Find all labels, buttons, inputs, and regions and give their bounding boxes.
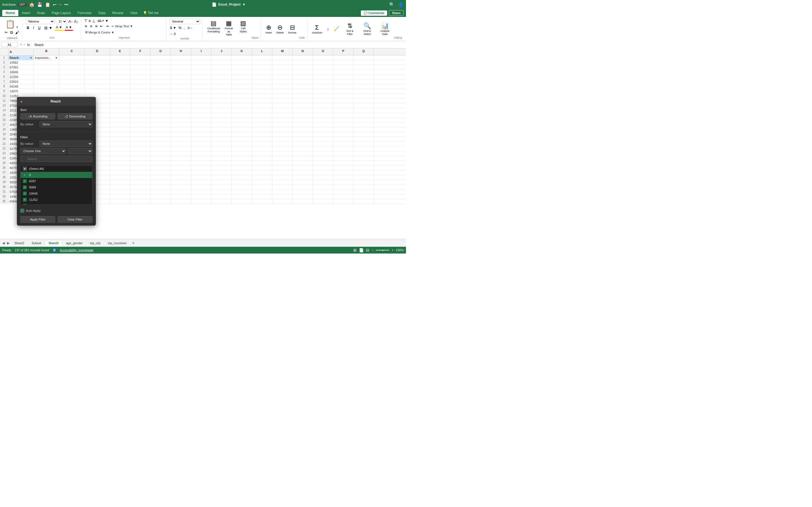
- cell[interactable]: [85, 89, 110, 94]
- cell[interactable]: [293, 84, 313, 89]
- cell[interactable]: [252, 199, 272, 204]
- cell-l1[interactable]: [252, 55, 272, 60]
- cell[interactable]: [191, 127, 211, 132]
- cell[interactable]: [211, 108, 232, 113]
- filter-list-item[interactable]: ✓ 11326: [20, 203, 92, 205]
- cell[interactable]: 13075: [8, 89, 34, 94]
- analyse-data-button[interactable]: 📊 Analyse Data: [377, 21, 393, 37]
- cell[interactable]: [59, 70, 85, 74]
- cell[interactable]: [354, 118, 374, 122]
- filter-select-all-checkbox[interactable]: ■: [23, 167, 27, 171]
- cell[interactable]: [130, 99, 151, 103]
- cell[interactable]: [252, 166, 272, 170]
- cell[interactable]: [252, 175, 272, 180]
- cell[interactable]: [211, 127, 232, 132]
- tab-page-layout[interactable]: Page Layout: [48, 10, 74, 16]
- cell[interactable]: [252, 194, 272, 199]
- cut-icon[interactable]: ✂: [4, 30, 8, 36]
- cell[interactable]: [191, 103, 211, 108]
- cell[interactable]: [151, 103, 171, 108]
- cell[interactable]: [130, 79, 151, 84]
- cell[interactable]: [313, 170, 333, 175]
- cell[interactable]: [354, 127, 374, 132]
- cell[interactable]: [333, 99, 354, 103]
- cell[interactable]: [293, 199, 313, 204]
- copy-icon[interactable]: ⧉: [10, 30, 13, 36]
- cell[interactable]: [130, 108, 151, 113]
- align-middle-icon[interactable]: ≡: [89, 18, 91, 23]
- font-name-select[interactable]: Tahoma: [26, 18, 55, 24]
- cell[interactable]: [211, 147, 232, 151]
- cell[interactable]: [130, 180, 151, 184]
- cell[interactable]: [232, 166, 252, 170]
- cell[interactable]: [252, 147, 272, 151]
- cell[interactable]: [211, 189, 232, 194]
- zoom-in-icon[interactable]: +: [392, 248, 393, 252]
- cell[interactable]: [171, 156, 191, 161]
- col-header-g[interactable]: G: [151, 48, 171, 55]
- cell[interactable]: [333, 108, 354, 113]
- cell[interactable]: [191, 99, 211, 103]
- cell[interactable]: [34, 70, 59, 74]
- cell[interactable]: [151, 137, 171, 142]
- cell[interactable]: [110, 151, 130, 156]
- cell[interactable]: [313, 108, 333, 113]
- tab-review[interactable]: Review: [109, 10, 126, 16]
- cell[interactable]: [272, 175, 293, 180]
- cell[interactable]: [191, 118, 211, 122]
- cell[interactable]: [313, 156, 333, 161]
- decrease-indent-icon[interactable]: ⇤: [99, 24, 104, 29]
- cell[interactable]: [272, 147, 293, 151]
- page-layout-view-icon[interactable]: 📄: [359, 248, 364, 252]
- comments-button[interactable]: 💬 Comments: [361, 10, 388, 16]
- filter-list-item[interactable]: ✓ 6287: [20, 178, 92, 184]
- cell[interactable]: [171, 194, 191, 199]
- cell[interactable]: [130, 132, 151, 136]
- cell[interactable]: [171, 180, 191, 184]
- cell[interactable]: [252, 89, 272, 94]
- cell[interactable]: [272, 89, 293, 94]
- sheet-tab-top-city[interactable]: top_city: [86, 240, 104, 246]
- cell[interactable]: [151, 194, 171, 199]
- cell-styles-button[interactable]: ▨ Cell Styles: [236, 18, 250, 34]
- cell[interactable]: [151, 84, 171, 89]
- cell[interactable]: [272, 84, 293, 89]
- cell[interactable]: [272, 75, 293, 79]
- cell[interactable]: [272, 151, 293, 156]
- col-header-n[interactable]: N: [293, 48, 313, 55]
- cell[interactable]: [354, 79, 374, 84]
- cell[interactable]: [110, 60, 130, 65]
- cell[interactable]: [232, 108, 252, 113]
- cell[interactable]: [293, 194, 313, 199]
- cell[interactable]: [232, 127, 252, 132]
- cell[interactable]: [293, 118, 313, 122]
- cell[interactable]: [354, 94, 374, 98]
- cell-g1[interactable]: [151, 55, 171, 60]
- cell[interactable]: [151, 180, 171, 184]
- more-icon[interactable]: •••: [64, 2, 68, 7]
- wrap-text-dropdown[interactable]: ▼: [130, 24, 133, 28]
- tab-home[interactable]: Home: [2, 10, 18, 16]
- cell[interactable]: [232, 189, 252, 194]
- save-icon2[interactable]: 📋: [45, 2, 50, 7]
- cell[interactable]: [333, 166, 354, 170]
- clear-button[interactable]: 🧹: [332, 25, 341, 33]
- cell[interactable]: [85, 65, 110, 69]
- cell[interactable]: [171, 189, 191, 194]
- cell[interactable]: [211, 65, 232, 69]
- filter-select-all-item[interactable]: ■ (Select All): [20, 166, 92, 172]
- cell[interactable]: [171, 103, 191, 108]
- cell[interactable]: [211, 142, 232, 146]
- cell[interactable]: [313, 70, 333, 74]
- cell[interactable]: [151, 94, 171, 98]
- cell[interactable]: [59, 79, 85, 84]
- cell[interactable]: [130, 60, 151, 65]
- cell[interactable]: [293, 94, 313, 98]
- cell[interactable]: [151, 166, 171, 170]
- cell[interactable]: [59, 65, 85, 69]
- cell[interactable]: [151, 175, 171, 180]
- cell[interactable]: [252, 142, 272, 146]
- cell[interactable]: [191, 65, 211, 69]
- filter-arrow-a[interactable]: ▼: [30, 56, 33, 59]
- cell[interactable]: [110, 180, 130, 184]
